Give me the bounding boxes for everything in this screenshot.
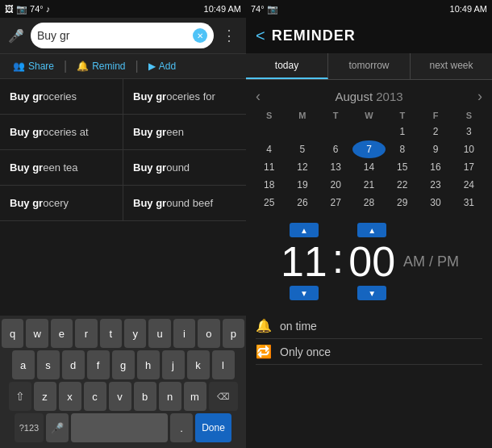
key-done[interactable]: Done [195, 413, 231, 442]
key-d[interactable]: d [62, 350, 85, 379]
key-f[interactable]: f [87, 350, 110, 379]
key-n[interactable]: n [159, 382, 181, 411]
cal-day-23[interactable]: 23 [419, 176, 452, 194]
cal-day-26[interactable]: 26 [286, 194, 319, 211]
key-s[interactable]: s [37, 350, 60, 379]
menu-dots-icon[interactable]: ⋮ [219, 27, 240, 44]
right-status-left-icons: 74° 📷 [251, 4, 278, 15]
cal-day-13[interactable]: 13 [319, 158, 352, 176]
share-label: Share [28, 61, 54, 72]
cal-day-10[interactable]: 10 [452, 140, 486, 158]
remind-button[interactable]: 🔔 Remind [70, 57, 131, 75]
cal-day-4[interactable]: 4 [252, 140, 286, 158]
cal-day-28[interactable]: 28 [352, 194, 386, 211]
cal-day-22[interactable]: 22 [386, 176, 419, 194]
reminder-title: REMINDER [272, 27, 356, 44]
cal-day-17[interactable]: 17 [452, 158, 486, 176]
hours-up-button[interactable]: ▲ [290, 223, 319, 237]
cal-day-30[interactable]: 30 [419, 194, 452, 211]
key-h[interactable]: h [137, 350, 160, 379]
add-button[interactable]: ▶ Add [142, 57, 182, 75]
key-j[interactable]: j [162, 350, 185, 379]
search-clear-button[interactable]: ✕ [193, 28, 207, 43]
cal-day-6[interactable]: 6 [319, 140, 352, 158]
key-q[interactable]: q [2, 319, 23, 348]
cal-day-24[interactable]: 24 [452, 176, 486, 194]
key-u[interactable]: u [148, 319, 170, 348]
keyboard-row-4: ?123 🎤 . Done [2, 413, 244, 442]
back-arrow-icon[interactable]: < [256, 27, 265, 45]
key-delete[interactable]: ⌫ [209, 382, 238, 411]
suggestion-cell-4-1[interactable]: Buy grocery [0, 186, 123, 220]
key-x[interactable]: x [59, 382, 81, 411]
search-input-wrap[interactable]: Buy gr ✕ [31, 23, 214, 48]
key-period[interactable]: . [170, 413, 193, 442]
cal-day-27[interactable]: 27 [319, 194, 352, 211]
suggestion-cell-4-2[interactable]: Buy ground beef [123, 186, 246, 220]
mic-icon[interactable]: 🎤 [6, 28, 26, 44]
ampm-label[interactable]: AM / PM [403, 253, 459, 270]
cal-day-9[interactable]: 9 [419, 140, 452, 158]
key-i[interactable]: i [173, 319, 195, 348]
share-button[interactable]: 👥 Share [6, 57, 60, 75]
cal-day-19[interactable]: 19 [286, 176, 319, 194]
key-c[interactable]: c [84, 382, 106, 411]
cal-day-8[interactable]: 8 [386, 140, 419, 158]
cal-day-14[interactable]: 14 [352, 158, 386, 176]
reminder-option-repeat[interactable]: 🔁 Only once [256, 339, 482, 365]
key-shift[interactable]: ⇧ [9, 382, 31, 411]
tab-next-week[interactable]: next week [411, 53, 492, 79]
cal-day-20[interactable]: 20 [319, 176, 352, 194]
cal-day-18[interactable]: 18 [252, 176, 286, 194]
suggestion-cell-2-1[interactable]: Buy groceries at [0, 115, 123, 149]
key-b[interactable]: b [134, 382, 156, 411]
key-r[interactable]: r [75, 319, 97, 348]
tab-tomorrow[interactable]: tomorrow [328, 53, 411, 79]
keyboard-row-3: ⇧ z x c v b n m ⌫ [2, 382, 244, 411]
key-w[interactable]: w [26, 319, 48, 348]
cal-day-5[interactable]: 5 [286, 140, 319, 158]
minutes-up-button[interactable]: ▲ [357, 223, 386, 237]
cal-day-2[interactable]: 2 [419, 123, 452, 140]
suggestion-cell-2-2[interactable]: Buy green [123, 115, 246, 149]
tab-today[interactable]: today [246, 53, 328, 79]
suggestion-cell-3-2[interactable]: Buy ground [123, 150, 246, 185]
cal-day-25[interactable]: 25 [252, 194, 286, 211]
key-p[interactable]: p [223, 319, 244, 348]
key-y[interactable]: y [124, 319, 146, 348]
key-m[interactable]: m [184, 382, 206, 411]
cal-day-31[interactable]: 31 [452, 194, 486, 211]
key-t[interactable]: t [100, 319, 122, 348]
key-z[interactable]: z [34, 382, 56, 411]
cal-day-11[interactable]: 11 [252, 158, 286, 176]
key-e[interactable]: e [51, 319, 73, 348]
key-o[interactable]: o [198, 319, 219, 348]
cal-day-21[interactable]: 21 [352, 176, 386, 194]
hours-down-button[interactable]: ▼ [290, 286, 319, 300]
cal-day-7[interactable]: 7 [352, 140, 386, 158]
key-l[interactable]: l [212, 350, 235, 379]
keyboard: q w e r t y u i o p a s d f g h j k l ⇧ … [0, 316, 246, 448]
key-v[interactable]: v [109, 382, 131, 411]
key-k[interactable]: k [187, 350, 210, 379]
suggestion-cell-3-1[interactable]: Buy green tea [0, 150, 123, 185]
cal-day-1[interactable]: 1 [386, 123, 419, 140]
key-g[interactable]: g [112, 350, 135, 379]
minutes-down-button[interactable]: ▼ [357, 286, 386, 300]
next-month-button[interactable]: › [477, 88, 482, 105]
suggestion-cell-1-1[interactable]: Buy groceries [0, 79, 123, 114]
add-icon: ▶ [148, 61, 156, 72]
reminder-option-on-time[interactable]: 🔔 on time [256, 313, 482, 339]
key-num[interactable]: ?123 [15, 413, 44, 442]
cal-day-29[interactable]: 29 [386, 194, 419, 211]
cal-day-15[interactable]: 15 [386, 158, 419, 176]
prev-month-button[interactable]: ‹ [256, 88, 261, 105]
cal-day-3[interactable]: 3 [452, 123, 486, 140]
key-mic[interactable]: 🎤 [46, 413, 69, 442]
suggestion-cell-1-2[interactable]: Buy groceries for [123, 79, 246, 114]
cal-day-16[interactable]: 16 [419, 158, 452, 176]
key-a[interactable]: a [12, 350, 35, 379]
cal-day-12[interactable]: 12 [286, 158, 319, 176]
minutes-display: 00 [347, 237, 397, 286]
key-space[interactable] [71, 413, 168, 442]
